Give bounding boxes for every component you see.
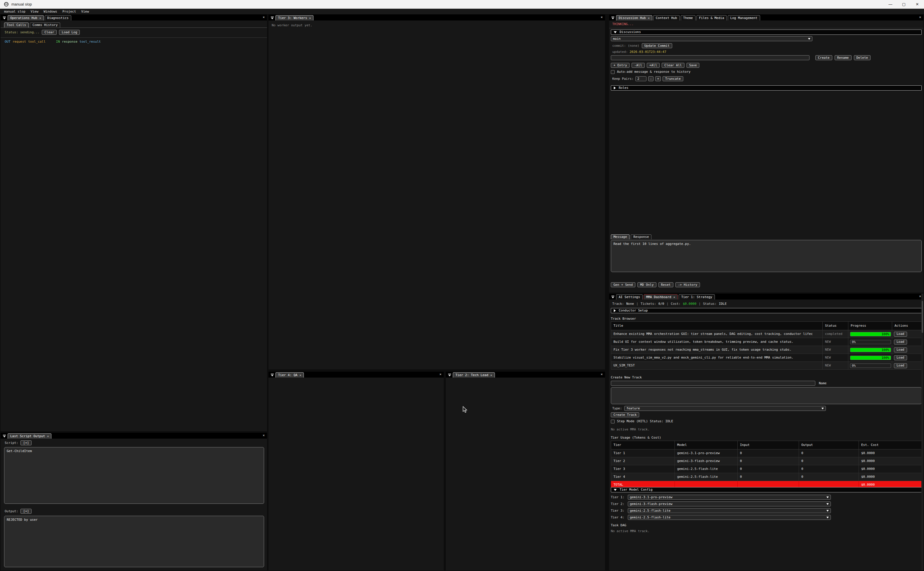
- close-icon[interactable]: ✕: [919, 15, 921, 20]
- close-icon[interactable]: ✕: [601, 15, 603, 20]
- load-button[interactable]: Load: [894, 355, 907, 360]
- reset-button[interactable]: Reset: [658, 282, 673, 287]
- tier2-model-row: Tier 2: gemini-3-flash-preview: [611, 502, 831, 506]
- tier2-model-select[interactable]: gemini-3-flash-preview: [628, 502, 831, 506]
- tab-message[interactable]: Message: [611, 235, 630, 239]
- tier1-model-select[interactable]: gemini-3.1-pro-preview: [628, 495, 831, 500]
- tier3-model-select[interactable]: gemini-2.5-flash-lite: [628, 508, 831, 513]
- tab-discussion-hub[interactable]: Discussion Hub ✕: [616, 15, 652, 20]
- tier-usage-label: Tier Usage (Tokens & Cost): [611, 436, 661, 440]
- subtab-tool-calls[interactable]: Tool Calls: [4, 23, 29, 28]
- conductor-setup-header[interactable]: Conductor Setup: [611, 308, 922, 313]
- track-name-input[interactable]: [611, 381, 815, 386]
- gen-send-button[interactable]: Gen + Send: [611, 282, 635, 287]
- keep-pairs-increment-button[interactable]: +: [655, 76, 661, 81]
- scrollbar[interactable]: [921, 294, 923, 570]
- keep-pairs-row: Keep Pairs: - + Truncate: [612, 76, 683, 81]
- save-button[interactable]: Save: [687, 63, 700, 68]
- menu-item-view2[interactable]: View: [79, 10, 92, 14]
- tab-ai-settings[interactable]: AI Settings: [616, 294, 643, 299]
- menu-item-windows[interactable]: Windows: [41, 10, 60, 14]
- close-icon[interactable]: ✕: [47, 434, 49, 438]
- close-icon[interactable]: ✕: [673, 295, 675, 299]
- tab-tier1-strategy[interactable]: Tier 1: Strategy: [679, 294, 715, 299]
- close-icon[interactable]: ✕: [309, 16, 311, 20]
- menu-item-app[interactable]: manual slop: [0, 10, 28, 14]
- tier4-model-select[interactable]: gemini-2.5-flash-lite: [628, 515, 831, 520]
- menu-item-project[interactable]: Project: [60, 10, 79, 14]
- dropdown-filter-icon[interactable]: [1, 17, 8, 20]
- close-icon[interactable]: ✕: [910, 0, 924, 8]
- update-commit-button[interactable]: Update Commit: [642, 43, 672, 48]
- track-description-textarea[interactable]: [611, 387, 922, 404]
- close-icon[interactable]: ✕: [490, 373, 492, 377]
- dropdown-filter-icon[interactable]: [269, 17, 276, 20]
- tab-tier4-qa[interactable]: Tier 4: QA ✕: [276, 372, 304, 378]
- maximize-icon[interactable]: ▢: [897, 0, 910, 8]
- create-track-button[interactable]: Create Track: [611, 412, 639, 417]
- close-icon[interactable]: ✕: [39, 16, 41, 20]
- tab-diagnostics[interactable]: Diagnostics: [45, 15, 71, 20]
- load-button[interactable]: Load: [894, 340, 907, 344]
- tab-log-management[interactable]: Log Management: [728, 15, 760, 20]
- dropdown-filter-icon[interactable]: [269, 374, 276, 378]
- load-button[interactable]: Load: [894, 332, 907, 336]
- tab-mma-dashboard[interactable]: MMA Dashboard ✕: [644, 294, 678, 299]
- tier-model-config-header[interactable]: Tier Model Config: [611, 487, 922, 492]
- keep-pairs-decrement-button[interactable]: -: [648, 76, 654, 81]
- close-icon[interactable]: ✕: [299, 373, 301, 377]
- to-history-button[interactable]: -> History: [675, 282, 700, 287]
- commit-row: commit: (none) Update Commit: [612, 43, 672, 48]
- load-button[interactable]: Load: [894, 347, 907, 352]
- rename-button[interactable]: Rename: [835, 55, 852, 60]
- dropdown-filter-icon[interactable]: [610, 296, 616, 299]
- scrollbar-thumb[interactable]: [922, 301, 923, 333]
- minus-all-button[interactable]: -All: [631, 63, 645, 68]
- truncate-button[interactable]: Truncate: [662, 76, 683, 81]
- tab-theme[interactable]: Theme: [681, 15, 696, 20]
- track-type-select[interactable]: feature: [624, 406, 826, 411]
- close-icon[interactable]: ✕: [263, 15, 265, 20]
- close-icon[interactable]: ✕: [648, 16, 650, 20]
- roles-section-header[interactable]: Roles: [611, 85, 922, 91]
- autoadd-checkbox[interactable]: [611, 70, 614, 74]
- close-icon[interactable]: ✕: [263, 434, 265, 438]
- output-expand-button[interactable]: [+]: [20, 509, 32, 514]
- tab-tier2-techlead[interactable]: Tier 2: Tech Lead ✕: [453, 372, 495, 378]
- tab-response[interactable]: Response: [631, 235, 651, 239]
- plus-all-button[interactable]: +All: [647, 63, 660, 68]
- message-textarea[interactable]: Read the first 10 lines of aggregate.py.: [611, 240, 922, 272]
- clear-all-button[interactable]: Clear All: [662, 63, 684, 68]
- step-mode-checkbox[interactable]: [611, 420, 614, 423]
- script-textarea[interactable]: Get-ChildItem: [4, 447, 264, 504]
- add-entry-button[interactable]: + Entry: [611, 63, 630, 68]
- tab-context-hub[interactable]: Context Hub: [653, 15, 680, 20]
- dropdown-filter-icon[interactable]: [610, 17, 616, 20]
- load-button[interactable]: Load: [894, 363, 907, 368]
- md-only-button[interactable]: MD Only: [638, 282, 656, 287]
- dropdown-filter-icon[interactable]: [1, 435, 8, 438]
- close-icon[interactable]: ✕: [601, 372, 603, 378]
- keep-pairs-input[interactable]: [635, 76, 647, 81]
- close-icon[interactable]: ✕: [439, 372, 441, 378]
- minimize-icon[interactable]: —: [884, 0, 897, 8]
- discussion-select[interactable]: main: [611, 36, 812, 41]
- tab-tier3-workers[interactable]: Tier 3: Workers ✕: [276, 15, 313, 20]
- clear-button[interactable]: Clear: [42, 30, 57, 35]
- script-expand-button[interactable]: [+]: [20, 440, 32, 445]
- window-titlebar: manual slop — ▢ ✕: [0, 0, 924, 9]
- tab-files-media[interactable]: Files & Media: [696, 15, 727, 20]
- discussion-name-input[interactable]: [611, 55, 810, 60]
- tab-operations-hub[interactable]: Operations Hub ✕: [8, 15, 44, 20]
- dropdown-filter-icon[interactable]: [447, 374, 453, 378]
- subtab-comms-history[interactable]: Comms History: [30, 23, 60, 28]
- mma-status-row: Track: None | Tickets: 0/0 | Cost: $0.00…: [612, 302, 727, 306]
- output-textarea[interactable]: REJECTED by user: [4, 516, 264, 567]
- create-button[interactable]: Create: [815, 55, 832, 60]
- load-log-button[interactable]: Load Log: [59, 30, 80, 35]
- close-icon[interactable]: ✕: [919, 294, 921, 299]
- menu-item-view[interactable]: View: [28, 10, 41, 14]
- discussions-section-header[interactable]: Discussions: [611, 29, 922, 35]
- delete-button[interactable]: Delete: [854, 55, 871, 60]
- tab-last-script-output[interactable]: Last Script Output ✕: [8, 434, 51, 438]
